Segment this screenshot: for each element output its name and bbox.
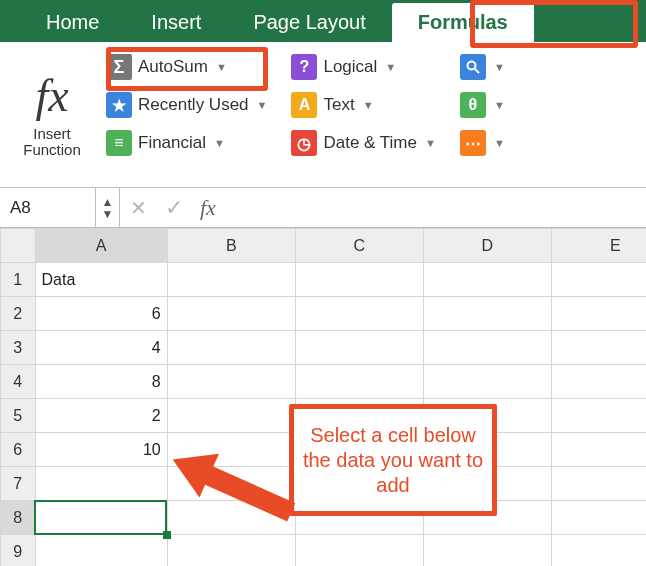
- cell-C7[interactable]: [295, 467, 423, 501]
- row-header-1[interactable]: 1: [1, 263, 36, 297]
- insert-function-button[interactable]: fx Insert Function: [8, 48, 96, 179]
- tab-formulas[interactable]: Formulas: [392, 3, 534, 42]
- cell-A3[interactable]: 4: [35, 331, 167, 365]
- column-header-E[interactable]: E: [551, 229, 646, 263]
- cell-B3[interactable]: [167, 331, 295, 365]
- cell-C3[interactable]: [295, 331, 423, 365]
- formula-bar: A8 ▲ ▼ ✕ ✓ fx: [0, 188, 646, 228]
- fx-icon: fx: [27, 70, 76, 122]
- date-time-button[interactable]: ◷ Date & Time ▼: [291, 130, 435, 156]
- math-icon: θ: [460, 92, 486, 118]
- row-header-9[interactable]: 9: [1, 535, 36, 567]
- financial-button[interactable]: ≡ Financial ▼: [106, 130, 267, 156]
- chevron-down-icon: ▼: [494, 61, 505, 73]
- cell-D8[interactable]: [423, 501, 551, 535]
- row-header-6[interactable]: 6: [1, 433, 36, 467]
- enter-formula-button[interactable]: ✓: [156, 195, 192, 221]
- cell-D7[interactable]: [423, 467, 551, 501]
- chevron-down-icon[interactable]: ▼: [102, 208, 114, 220]
- cell-A6[interactable]: 10: [35, 433, 167, 467]
- cancel-formula-button[interactable]: ✕: [120, 196, 156, 220]
- date-time-label: Date & Time: [323, 133, 417, 153]
- cell-E5[interactable]: [551, 399, 646, 433]
- cell-D3[interactable]: [423, 331, 551, 365]
- formula-input[interactable]: [224, 188, 646, 227]
- chevron-down-icon: ▼: [214, 137, 225, 149]
- logical-label: Logical: [323, 57, 377, 77]
- name-box[interactable]: A8: [0, 188, 96, 227]
- ribbon-tabs: Home Insert Page Layout Formulas: [0, 0, 646, 42]
- cell-B6[interactable]: [167, 433, 295, 467]
- cell-B2[interactable]: [167, 297, 295, 331]
- name-box-spinner[interactable]: ▲ ▼: [96, 188, 120, 227]
- cell-D6[interactable]: [423, 433, 551, 467]
- financial-icon: ≡: [106, 130, 132, 156]
- chevron-up-icon[interactable]: ▲: [102, 196, 114, 208]
- tab-insert[interactable]: Insert: [125, 3, 227, 42]
- tab-home[interactable]: Home: [20, 3, 125, 42]
- cell-C5[interactable]: [295, 399, 423, 433]
- cell-A9[interactable]: [35, 535, 167, 567]
- math-button[interactable]: θ ▼: [460, 92, 505, 118]
- cell-E4[interactable]: [551, 365, 646, 399]
- cell-C6[interactable]: [295, 433, 423, 467]
- tab-page-layout[interactable]: Page Layout: [227, 3, 391, 42]
- recently-used-button[interactable]: ★ Recently Used ▼: [106, 92, 267, 118]
- row-header-5[interactable]: 5: [1, 399, 36, 433]
- cell-B5[interactable]: [167, 399, 295, 433]
- cell-E9[interactable]: [551, 535, 646, 567]
- cell-E2[interactable]: [551, 297, 646, 331]
- cell-D1[interactable]: [423, 263, 551, 297]
- cell-B7[interactable]: [167, 467, 295, 501]
- cell-B9[interactable]: [167, 535, 295, 567]
- cell-E1[interactable]: [551, 263, 646, 297]
- logical-button[interactable]: ? Logical ▼: [291, 54, 435, 80]
- select-all-corner[interactable]: [1, 229, 36, 263]
- more-functions-button[interactable]: ⋯ ▼: [460, 130, 505, 156]
- svg-point-0: [467, 62, 475, 70]
- cell-A8[interactable]: [35, 501, 167, 535]
- cell-E8[interactable]: [551, 501, 646, 535]
- chevron-down-icon: ▼: [363, 99, 374, 111]
- fx-button[interactable]: fx: [192, 195, 224, 221]
- cell-D9[interactable]: [423, 535, 551, 567]
- financial-label: Financial: [138, 133, 206, 153]
- row-header-7[interactable]: 7: [1, 467, 36, 501]
- text-label: Text: [323, 95, 354, 115]
- lookup-button[interactable]: ▼: [460, 54, 505, 80]
- cell-C8[interactable]: [295, 501, 423, 535]
- row-header-8[interactable]: 8: [1, 501, 36, 535]
- cell-D5[interactable]: [423, 399, 551, 433]
- chevron-down-icon: ▼: [494, 137, 505, 149]
- column-header-C[interactable]: C: [295, 229, 423, 263]
- chevron-down-icon: ▼: [494, 99, 505, 111]
- column-header-D[interactable]: D: [423, 229, 551, 263]
- cell-E7[interactable]: [551, 467, 646, 501]
- autosum-button[interactable]: Σ AutoSum ▼: [106, 54, 267, 80]
- row-header-2[interactable]: 2: [1, 297, 36, 331]
- cell-B8[interactable]: [167, 501, 295, 535]
- cell-C4[interactable]: [295, 365, 423, 399]
- svg-line-1: [475, 69, 479, 73]
- cell-C1[interactable]: [295, 263, 423, 297]
- cell-B4[interactable]: [167, 365, 295, 399]
- cell-D2[interactable]: [423, 297, 551, 331]
- cell-E6[interactable]: [551, 433, 646, 467]
- cell-E3[interactable]: [551, 331, 646, 365]
- cell-D4[interactable]: [423, 365, 551, 399]
- column-header-B[interactable]: B: [167, 229, 295, 263]
- text-button[interactable]: A Text ▼: [291, 92, 435, 118]
- cell-A7[interactable]: [35, 467, 167, 501]
- cell-A2[interactable]: 6: [35, 297, 167, 331]
- cell-B1[interactable]: [167, 263, 295, 297]
- cell-A1[interactable]: Data: [35, 263, 167, 297]
- cell-C2[interactable]: [295, 297, 423, 331]
- chevron-down-icon: ▼: [216, 61, 227, 73]
- cell-C9[interactable]: [295, 535, 423, 567]
- spreadsheet-grid[interactable]: ABCDE1Data26344852610789: [0, 228, 646, 566]
- cell-A5[interactable]: 2: [35, 399, 167, 433]
- row-header-3[interactable]: 3: [1, 331, 36, 365]
- row-header-4[interactable]: 4: [1, 365, 36, 399]
- cell-A4[interactable]: 8: [35, 365, 167, 399]
- column-header-A[interactable]: A: [35, 229, 167, 263]
